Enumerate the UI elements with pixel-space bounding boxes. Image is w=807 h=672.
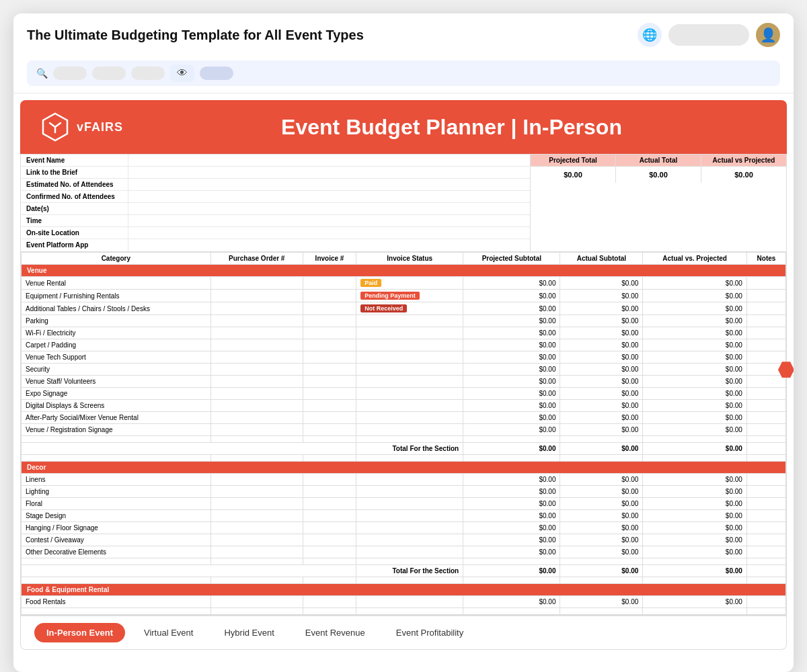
invoice-cell[interactable] xyxy=(303,596,356,608)
invoice-cell[interactable] xyxy=(303,327,356,339)
globe-button[interactable]: 🌐 xyxy=(638,23,662,47)
po-cell[interactable] xyxy=(210,596,303,608)
notes-cell[interactable] xyxy=(746,400,785,412)
actual-cell: $0.00 xyxy=(560,412,643,424)
invoice-cell[interactable] xyxy=(303,376,356,388)
category-cell: Expo Signage xyxy=(22,388,211,400)
po-cell[interactable] xyxy=(210,510,303,522)
projected-cell: $0.00 xyxy=(463,424,560,436)
info-value[interactable] xyxy=(128,191,530,202)
po-cell[interactable] xyxy=(210,388,303,400)
notes-cell[interactable] xyxy=(746,351,785,364)
tab-virtual-event[interactable]: Virtual Event xyxy=(132,623,205,642)
po-cell[interactable] xyxy=(210,351,303,364)
invoice-cell[interactable] xyxy=(303,290,356,302)
po-cell[interactable] xyxy=(210,486,303,498)
notes-cell[interactable] xyxy=(746,424,785,436)
category-cell: Equipment / Furnishing Rentals xyxy=(22,290,211,302)
po-cell[interactable] xyxy=(210,376,303,388)
search-bar[interactable]: 🔍 👁 xyxy=(27,60,780,86)
info-value[interactable] xyxy=(128,215,530,226)
po-cell[interactable] xyxy=(210,534,303,546)
invoice-cell[interactable] xyxy=(303,474,356,486)
invoice-cell[interactable] xyxy=(303,498,356,510)
po-cell[interactable] xyxy=(210,400,303,412)
po-cell[interactable] xyxy=(210,339,303,351)
po-cell[interactable] xyxy=(210,412,303,424)
notes-cell[interactable] xyxy=(746,327,785,339)
invoice-cell[interactable] xyxy=(303,400,356,412)
total-actual: $0.00 xyxy=(560,565,643,577)
invoice-cell[interactable] xyxy=(303,424,356,436)
vs-projected-cell: $0.00 xyxy=(643,486,747,498)
po-cell[interactable] xyxy=(210,277,303,290)
eye-button[interactable]: 👁 xyxy=(170,65,194,82)
info-value[interactable] xyxy=(128,179,530,190)
po-cell[interactable] xyxy=(210,315,303,327)
table-row: Equipment / Furnishing Rentals Pending P… xyxy=(22,290,786,302)
info-value[interactable] xyxy=(128,227,530,239)
table-row: Venue Staff/ Volunteers $0.00 $0.00 $0.0… xyxy=(22,376,786,388)
notes-cell[interactable] xyxy=(746,522,785,534)
info-value[interactable] xyxy=(128,167,530,178)
category-cell: Wi-Fi / Electricity xyxy=(22,327,211,339)
tab-event-profitability[interactable]: Event Profitability xyxy=(384,623,475,642)
po-cell[interactable] xyxy=(210,474,303,486)
tab-hybrid-event[interactable]: Hybrid Event xyxy=(212,623,286,642)
projected-cell: $0.00 xyxy=(463,327,560,339)
notes-cell[interactable] xyxy=(746,339,785,351)
invoice-cell[interactable] xyxy=(303,364,356,376)
notes-cell[interactable] xyxy=(746,474,785,486)
notes-cell[interactable] xyxy=(746,498,785,510)
projected-cell: $0.00 xyxy=(463,498,560,510)
vs-projected-cell: $0.00 xyxy=(643,522,747,534)
tab-in-person-event[interactable]: In-Person Event xyxy=(34,623,125,642)
notes-cell[interactable] xyxy=(746,290,785,302)
info-value[interactable] xyxy=(128,239,530,251)
actual-cell: $0.00 xyxy=(560,486,643,498)
po-cell[interactable] xyxy=(210,302,303,315)
invoice-cell[interactable] xyxy=(303,546,356,558)
invoice-cell[interactable] xyxy=(303,339,356,351)
invoice-cell[interactable] xyxy=(303,277,356,290)
notes-cell[interactable] xyxy=(746,534,785,546)
invoice-cell[interactable] xyxy=(303,315,356,327)
po-cell[interactable] xyxy=(210,290,303,302)
po-cell[interactable] xyxy=(210,364,303,376)
total-vs: $0.00 xyxy=(643,443,747,455)
notes-cell[interactable] xyxy=(746,546,785,558)
notes-cell[interactable] xyxy=(746,596,785,608)
po-cell[interactable] xyxy=(210,522,303,534)
notes-cell[interactable] xyxy=(746,510,785,522)
invoice-cell[interactable] xyxy=(303,388,356,400)
table-row: Lighting $0.00 $0.00 $0.00 xyxy=(22,486,786,498)
notes-cell[interactable] xyxy=(746,388,785,400)
info-label: On-site Location xyxy=(21,227,128,239)
po-cell[interactable] xyxy=(210,498,303,510)
url-bar[interactable] xyxy=(668,24,749,46)
notes-cell[interactable] xyxy=(746,315,785,327)
notes-cell[interactable] xyxy=(746,486,785,498)
info-value[interactable] xyxy=(128,155,530,166)
po-cell[interactable] xyxy=(210,327,303,339)
notes-cell[interactable] xyxy=(746,302,785,315)
info-value[interactable] xyxy=(128,203,530,214)
notes-cell[interactable] xyxy=(746,412,785,424)
projected-cell: $0.00 xyxy=(463,412,560,424)
notes-cell[interactable] xyxy=(746,277,785,290)
invoice-cell[interactable] xyxy=(303,522,356,534)
invoice-cell[interactable] xyxy=(303,486,356,498)
invoice-cell[interactable] xyxy=(303,510,356,522)
invoice-cell[interactable] xyxy=(303,351,356,364)
status-cell xyxy=(356,522,463,534)
invoice-cell[interactable] xyxy=(303,302,356,315)
invoice-cell[interactable] xyxy=(303,412,356,424)
user-avatar[interactable]: 👤 xyxy=(756,23,780,47)
browser-header: The Ultimate Budgeting Template for All … xyxy=(13,13,794,93)
po-cell[interactable] xyxy=(210,424,303,436)
po-cell[interactable] xyxy=(210,546,303,558)
notes-cell[interactable] xyxy=(746,376,785,388)
invoice-cell[interactable] xyxy=(303,534,356,546)
vs-projected-cell: $0.00 xyxy=(643,388,747,400)
tab-event-revenue[interactable]: Event Revenue xyxy=(293,623,377,642)
